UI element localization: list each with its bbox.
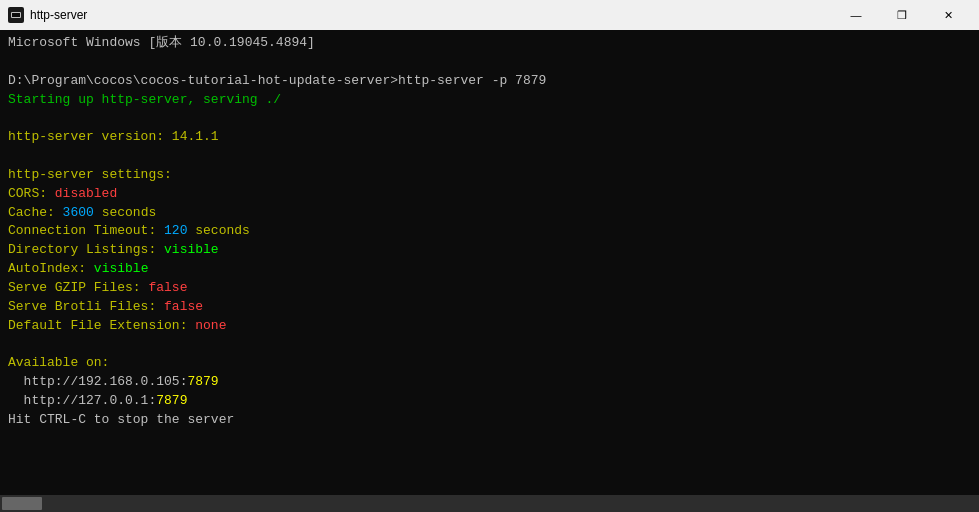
terminal-line: Connection Timeout: 120 seconds xyxy=(8,222,971,241)
terminal-line xyxy=(8,53,971,72)
terminal-line: http-server version: 14.1.1 xyxy=(8,128,971,147)
terminal-line: CORS: disabled xyxy=(8,185,971,204)
title-bar: http-server — ❒ ✕ xyxy=(0,0,979,30)
terminal-line: Serve GZIP Files: false xyxy=(8,279,971,298)
terminal-line: Serve Brotli Files: false xyxy=(8,298,971,317)
terminal-output: Microsoft Windows [版本 10.0.19045.4894] D… xyxy=(0,30,979,495)
app-icon xyxy=(8,7,24,23)
maximize-button[interactable]: ❒ xyxy=(879,0,925,30)
terminal-line: Available on: xyxy=(8,354,971,373)
terminal-line: Default File Extension: none xyxy=(8,317,971,336)
scrollbar[interactable] xyxy=(0,495,979,512)
window-title: http-server xyxy=(30,8,833,22)
terminal-line xyxy=(8,147,971,166)
terminal-line: http-server settings: xyxy=(8,166,971,185)
terminal-line: Cache: 3600 seconds xyxy=(8,204,971,223)
minimize-button[interactable]: — xyxy=(833,0,879,30)
window-controls: — ❒ ✕ xyxy=(833,0,971,30)
svg-rect-2 xyxy=(12,13,20,17)
terminal-line xyxy=(8,336,971,355)
close-button[interactable]: ✕ xyxy=(925,0,971,30)
terminal-line: Directory Listings: visible xyxy=(8,241,971,260)
terminal-line: http://192.168.0.105:7879 xyxy=(8,373,971,392)
terminal-line: D:\Program\cocos\cocos-tutorial-hot-upda… xyxy=(8,72,971,91)
terminal-line: Starting up http-server, serving ./ xyxy=(8,91,971,110)
terminal-line: Hit CTRL-C to stop the server xyxy=(8,411,971,430)
terminal-line xyxy=(8,109,971,128)
terminal-line: Microsoft Windows [版本 10.0.19045.4894] xyxy=(8,34,971,53)
terminal-line: http://127.0.0.1:7879 xyxy=(8,392,971,411)
scrollbar-thumb[interactable] xyxy=(2,497,42,510)
terminal-line: AutoIndex: visible xyxy=(8,260,971,279)
